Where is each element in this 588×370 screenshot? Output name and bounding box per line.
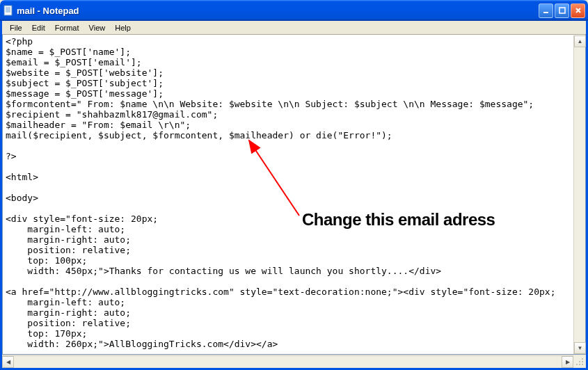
close-button[interactable] xyxy=(571,3,585,18)
menu-help[interactable]: Help xyxy=(110,22,136,33)
svg-point-7 xyxy=(582,358,583,360)
text-editor[interactable]: <?php $name = $_POST['name']; $email = $… xyxy=(3,35,585,354)
svg-rect-6 xyxy=(559,8,565,13)
svg-point-8 xyxy=(579,361,580,362)
minimize-button[interactable] xyxy=(539,3,553,18)
svg-rect-5 xyxy=(543,12,548,13)
svg-point-10 xyxy=(576,364,578,365)
svg-point-9 xyxy=(582,361,583,362)
menu-view[interactable]: View xyxy=(84,22,111,33)
svg-point-12 xyxy=(582,364,583,365)
window-title: mail - Notepad xyxy=(17,6,539,16)
window-controls xyxy=(539,3,585,18)
titlebar: mail - Notepad xyxy=(0,0,588,21)
menubar: File Edit Format View Help xyxy=(2,21,586,35)
editor-container: <?php $name = $_POST['name']; $email = $… xyxy=(2,35,586,355)
horizontal-scrollbar[interactable]: ◀ ▶ xyxy=(2,355,573,367)
menu-format[interactable]: Format xyxy=(50,22,84,33)
notepad-icon xyxy=(3,5,14,16)
menu-file[interactable]: File xyxy=(5,22,27,33)
scroll-left-arrow-icon[interactable]: ◀ xyxy=(2,356,14,368)
resize-grip[interactable] xyxy=(573,355,585,367)
svg-point-11 xyxy=(579,364,580,365)
scroll-down-arrow-icon[interactable]: ▼ xyxy=(574,342,586,354)
vertical-scrollbar[interactable]: ▲ ▼ xyxy=(573,35,585,354)
menu-edit[interactable]: Edit xyxy=(27,22,50,33)
scroll-right-arrow-icon[interactable]: ▶ xyxy=(562,356,573,368)
maximize-button[interactable] xyxy=(555,3,569,18)
scroll-up-arrow-icon[interactable]: ▲ xyxy=(574,35,586,47)
